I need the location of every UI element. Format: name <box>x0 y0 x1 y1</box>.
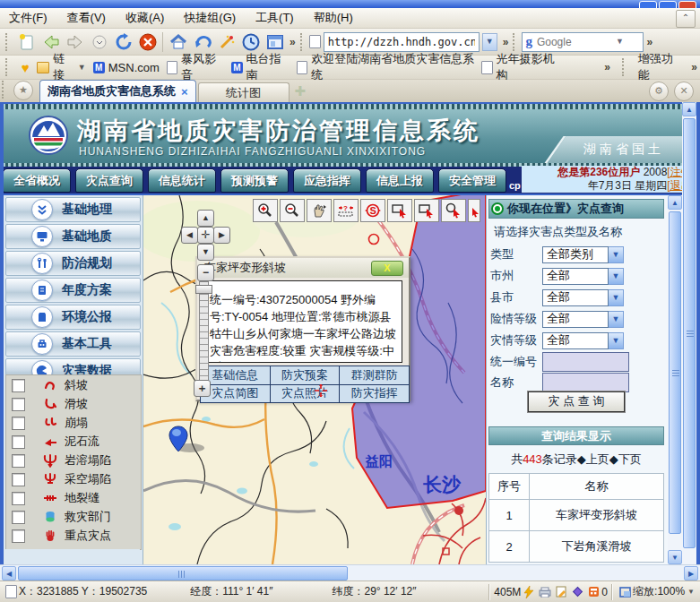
nav-report[interactable]: 信息上报 <box>366 168 434 193</box>
search-dropdown-icon[interactable]: ▼ <box>613 34 627 50</box>
favorites-heart-icon[interactable]: ♥ <box>22 60 30 75</box>
zoom-slider-minus-button[interactable]: − <box>197 264 214 281</box>
search-overflow-icon[interactable]: » <box>646 36 652 48</box>
calculator-icon[interactable] <box>586 585 601 599</box>
popup-prevention-plan-button[interactable]: 防灾预案 <box>271 366 340 384</box>
tab-main[interactable]: 湖南省地质灾害信息系统 × <box>39 80 196 102</box>
boost-lightning-icon[interactable] <box>522 585 536 599</box>
layer-checkbox[interactable] <box>12 511 25 524</box>
close-all-icon[interactable]: ✕ <box>674 82 694 101</box>
address-input[interactable] <box>326 35 477 49</box>
forward-button[interactable] <box>63 30 87 54</box>
menu-groups[interactable]: 快捷组(G) <box>184 10 236 26</box>
pan-up-button[interactable]: ▲ <box>197 210 214 227</box>
link-guangnian[interactable]: 光年摄影机构 <box>481 51 561 83</box>
zoom-dropdown-icon[interactable]: ▼ <box>687 588 695 596</box>
tab-close-icon[interactable]: × <box>181 85 188 99</box>
toolbar-overflow-icon[interactable]: » <box>290 36 296 48</box>
layer-checkbox[interactable] <box>12 398 25 411</box>
uid-input[interactable] <box>542 352 629 372</box>
layer-row-slope[interactable]: 斜坡 <box>6 376 141 394</box>
pan-down-button[interactable]: ▼ <box>197 244 214 261</box>
nav-disaster-query[interactable]: 灾点查询 <box>75 168 143 193</box>
table-row[interactable]: 2 下岩角溪滑坡 <box>489 531 664 563</box>
menu-help[interactable]: 帮助(H) <box>314 10 353 26</box>
layer-checkbox[interactable] <box>12 435 25 449</box>
layer-row-rescue-dept[interactable]: 救灾部门 <box>6 508 141 526</box>
window-scroll-thumb[interactable] <box>683 118 696 548</box>
address-bar[interactable] <box>324 32 480 52</box>
horizontal-scroll-thumb[interactable] <box>18 566 348 580</box>
sidebar-item-annual-plan[interactable]: 年度方案 <box>5 278 141 303</box>
sidebar-item-prevention-planning[interactable]: 防治规划 <box>5 251 141 276</box>
layer-row-debris-flow[interactable]: 泥石流 <box>6 433 141 451</box>
diamond-icon[interactable] <box>570 585 584 599</box>
menu-tools[interactable]: 工具(T) <box>255 10 294 26</box>
risk-level-select[interactable]: 全部 <box>542 311 609 328</box>
panel-scrollbar[interactable]: ▲ ▼ <box>668 195 682 564</box>
menu-file[interactable]: 文件(F) <box>9 10 48 26</box>
type-select[interactable]: 全部类别 <box>542 246 609 263</box>
pan-right-button[interactable]: ▶ <box>213 227 230 244</box>
zoom-slider-plus-button[interactable]: ＋ <box>194 380 211 397</box>
tab-chart[interactable]: 统计图 <box>198 82 290 102</box>
scroll-down-icon[interactable]: ▼ <box>668 550 682 564</box>
pan-left-button[interactable]: ◀ <box>181 227 198 244</box>
table-row[interactable]: 1 车家坪变形斜坡 <box>489 500 664 531</box>
favorites-star-icon[interactable]: ★ <box>13 81 33 100</box>
home-button[interactable] <box>166 30 190 54</box>
measure-tool[interactable]: ? <box>333 199 359 222</box>
zoom-slider-thumb[interactable] <box>195 285 212 294</box>
next-page-link[interactable]: ◆下页 <box>609 452 642 466</box>
search-input[interactable] <box>535 35 610 49</box>
nav-statistics[interactable]: 信息统计 <box>148 168 216 193</box>
linksbar-grip[interactable] <box>5 58 11 76</box>
map-view[interactable]: 益阳 长沙 ? S ▲ ◀ ✛ ▶ ▼ − <box>143 195 486 564</box>
printer-icon[interactable] <box>538 585 552 599</box>
county-select[interactable]: 全部 <box>542 289 609 306</box>
popup-photo-button[interactable]: 灾点照片 <box>271 385 340 403</box>
magic-wand-button[interactable] <box>214 30 238 54</box>
addressbar-grip[interactable] <box>300 33 306 51</box>
panels-button[interactable] <box>263 30 287 54</box>
back-button[interactable] <box>39 30 63 54</box>
zoom-slider-track[interactable] <box>199 281 209 382</box>
sidebar-item-basic-geology[interactable]: 基础地质 <box>5 224 141 249</box>
layer-checkbox[interactable] <box>12 454 25 468</box>
select-rectangle-tool[interactable] <box>387 199 412 222</box>
query-button[interactable]: 灾 点 查 询 <box>528 391 625 412</box>
popup-close-button[interactable]: X <box>371 261 403 276</box>
horizontal-scrollbar[interactable]: ◀ ▶ <box>0 564 700 580</box>
layer-row-key-disaster-point[interactable]: 重点灾点 <box>6 527 141 545</box>
plugins-overflow-icon[interactable]: » <box>691 61 697 73</box>
deselect-rectangle-tool[interactable] <box>414 199 439 222</box>
note-icon[interactable] <box>554 585 568 599</box>
link-radio[interactable]: M 电台指南 <box>231 51 290 83</box>
layer-checkbox[interactable] <box>12 379 25 392</box>
refresh-button[interactable] <box>111 30 135 54</box>
menu-view[interactable]: 查看(V) <box>67 10 106 26</box>
sidebar-item-basic-geography[interactable]: 基础地理 <box>5 197 141 222</box>
layer-row-mining-collapse[interactable]: 采空塌陷 <box>6 470 141 488</box>
sidebar-item-basic-tools[interactable]: 基本工具 <box>5 331 141 357</box>
layer-checkbox[interactable] <box>12 529 25 543</box>
disaster-level-select[interactable]: 全部 <box>542 332 609 349</box>
layer-checkbox[interactable] <box>12 492 25 505</box>
enhanced-features[interactable]: 增强功能 <box>638 51 682 83</box>
layer-checkbox[interactable] <box>12 417 25 430</box>
panel-scroll-thumb[interactable] <box>669 211 681 534</box>
pan-tool[interactable] <box>307 199 332 222</box>
layer-row-ground-fissure[interactable]: 地裂缝 <box>6 489 141 507</box>
menu-favorites[interactable]: 收藏(A) <box>125 10 164 26</box>
undo-button[interactable] <box>190 30 214 54</box>
search-box[interactable]: g ▼ <box>522 32 644 52</box>
select-arrow-icon[interactable]: ▼ <box>609 268 624 285</box>
tabbar-grip[interactable] <box>2 81 7 99</box>
nav-overview[interactable]: 全省概况 <box>3 168 71 193</box>
link-hunan-geohazard[interactable]: 欢迎登陆湖南省地质灾害信息系统 <box>297 51 474 83</box>
wrench-icon[interactable]: ⚙ <box>649 82 669 101</box>
search-grip[interactable] <box>513 33 518 51</box>
city-select[interactable]: 全部 <box>542 268 609 285</box>
zoom-window-icon[interactable] <box>618 585 632 599</box>
popup-group-monitor-button[interactable]: 群测群防 <box>340 366 409 384</box>
